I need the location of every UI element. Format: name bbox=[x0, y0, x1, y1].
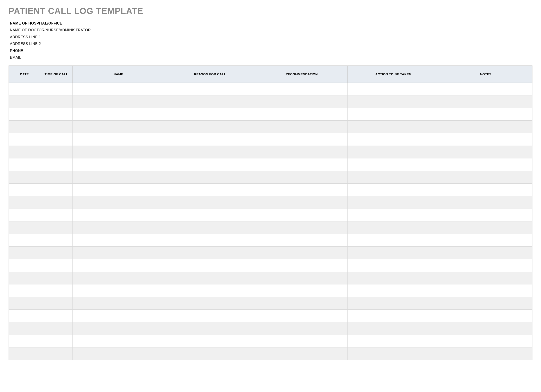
table-cell[interactable] bbox=[439, 171, 532, 184]
table-cell[interactable] bbox=[40, 272, 73, 284]
table-cell[interactable] bbox=[348, 133, 439, 146]
table-cell[interactable] bbox=[348, 146, 439, 158]
table-cell[interactable] bbox=[73, 158, 164, 171]
table-cell[interactable] bbox=[40, 121, 73, 133]
table-cell[interactable] bbox=[9, 322, 40, 335]
table-cell[interactable] bbox=[9, 95, 40, 108]
table-cell[interactable] bbox=[73, 171, 164, 184]
table-cell[interactable] bbox=[40, 196, 73, 209]
table-cell[interactable] bbox=[256, 259, 348, 272]
table-cell[interactable] bbox=[256, 171, 348, 184]
table-cell[interactable] bbox=[256, 196, 348, 209]
table-cell[interactable] bbox=[164, 121, 256, 133]
table-cell[interactable] bbox=[348, 184, 439, 196]
table-cell[interactable] bbox=[73, 196, 164, 209]
table-cell[interactable] bbox=[40, 247, 73, 259]
table-cell[interactable] bbox=[73, 284, 164, 297]
table-cell[interactable] bbox=[9, 133, 40, 146]
table-cell[interactable] bbox=[256, 146, 348, 158]
table-cell[interactable] bbox=[9, 297, 40, 310]
table-cell[interactable] bbox=[439, 310, 532, 322]
table-cell[interactable] bbox=[164, 221, 256, 234]
table-cell[interactable] bbox=[40, 108, 73, 121]
table-cell[interactable] bbox=[164, 284, 256, 297]
table-cell[interactable] bbox=[439, 259, 532, 272]
table-cell[interactable] bbox=[9, 171, 40, 184]
table-cell[interactable] bbox=[164, 234, 256, 247]
table-cell[interactable] bbox=[348, 284, 439, 297]
table-cell[interactable] bbox=[164, 272, 256, 284]
table-cell[interactable] bbox=[439, 347, 532, 360]
table-cell[interactable] bbox=[73, 209, 164, 221]
table-cell[interactable] bbox=[164, 171, 256, 184]
table-cell[interactable] bbox=[73, 184, 164, 196]
table-cell[interactable] bbox=[256, 335, 348, 347]
table-cell[interactable] bbox=[439, 221, 532, 234]
table-cell[interactable] bbox=[9, 108, 40, 121]
table-cell[interactable] bbox=[348, 310, 439, 322]
table-cell[interactable] bbox=[256, 322, 348, 335]
table-cell[interactable] bbox=[9, 259, 40, 272]
table-cell[interactable] bbox=[164, 108, 256, 121]
table-cell[interactable] bbox=[164, 184, 256, 196]
table-cell[interactable] bbox=[9, 83, 40, 95]
table-cell[interactable] bbox=[9, 221, 40, 234]
table-cell[interactable] bbox=[256, 310, 348, 322]
table-cell[interactable] bbox=[40, 347, 73, 360]
table-cell[interactable] bbox=[256, 347, 348, 360]
table-cell[interactable] bbox=[348, 221, 439, 234]
table-cell[interactable] bbox=[348, 95, 439, 108]
table-cell[interactable] bbox=[9, 247, 40, 259]
table-cell[interactable] bbox=[40, 284, 73, 297]
table-cell[interactable] bbox=[439, 209, 532, 221]
table-cell[interactable] bbox=[256, 133, 348, 146]
table-cell[interactable] bbox=[73, 310, 164, 322]
table-cell[interactable] bbox=[40, 335, 73, 347]
table-cell[interactable] bbox=[40, 184, 73, 196]
table-cell[interactable] bbox=[73, 247, 164, 259]
table-cell[interactable] bbox=[256, 247, 348, 259]
table-cell[interactable] bbox=[348, 108, 439, 121]
table-cell[interactable] bbox=[439, 335, 532, 347]
table-cell[interactable] bbox=[348, 234, 439, 247]
table-cell[interactable] bbox=[439, 83, 532, 95]
table-cell[interactable] bbox=[439, 108, 532, 121]
table-cell[interactable] bbox=[73, 335, 164, 347]
table-cell[interactable] bbox=[9, 184, 40, 196]
table-cell[interactable] bbox=[40, 146, 73, 158]
table-cell[interactable] bbox=[348, 209, 439, 221]
table-cell[interactable] bbox=[164, 133, 256, 146]
table-cell[interactable] bbox=[256, 95, 348, 108]
table-cell[interactable] bbox=[439, 184, 532, 196]
table-cell[interactable] bbox=[348, 322, 439, 335]
table-cell[interactable] bbox=[40, 259, 73, 272]
table-cell[interactable] bbox=[348, 259, 439, 272]
table-cell[interactable] bbox=[164, 347, 256, 360]
table-cell[interactable] bbox=[9, 347, 40, 360]
table-cell[interactable] bbox=[164, 247, 256, 259]
table-cell[interactable] bbox=[439, 234, 532, 247]
table-cell[interactable] bbox=[9, 146, 40, 158]
table-cell[interactable] bbox=[9, 158, 40, 171]
table-cell[interactable] bbox=[256, 83, 348, 95]
table-cell[interactable] bbox=[256, 297, 348, 310]
table-cell[interactable] bbox=[9, 335, 40, 347]
table-cell[interactable] bbox=[40, 95, 73, 108]
table-cell[interactable] bbox=[439, 95, 532, 108]
table-cell[interactable] bbox=[348, 158, 439, 171]
table-cell[interactable] bbox=[73, 146, 164, 158]
table-cell[interactable] bbox=[164, 196, 256, 209]
table-cell[interactable] bbox=[164, 146, 256, 158]
table-cell[interactable] bbox=[256, 284, 348, 297]
table-cell[interactable] bbox=[439, 297, 532, 310]
table-cell[interactable] bbox=[40, 133, 73, 146]
table-cell[interactable] bbox=[164, 322, 256, 335]
table-cell[interactable] bbox=[439, 158, 532, 171]
table-cell[interactable] bbox=[348, 196, 439, 209]
table-cell[interactable] bbox=[73, 322, 164, 335]
table-cell[interactable] bbox=[164, 310, 256, 322]
table-cell[interactable] bbox=[348, 347, 439, 360]
table-cell[interactable] bbox=[439, 146, 532, 158]
table-cell[interactable] bbox=[164, 335, 256, 347]
table-cell[interactable] bbox=[40, 221, 73, 234]
